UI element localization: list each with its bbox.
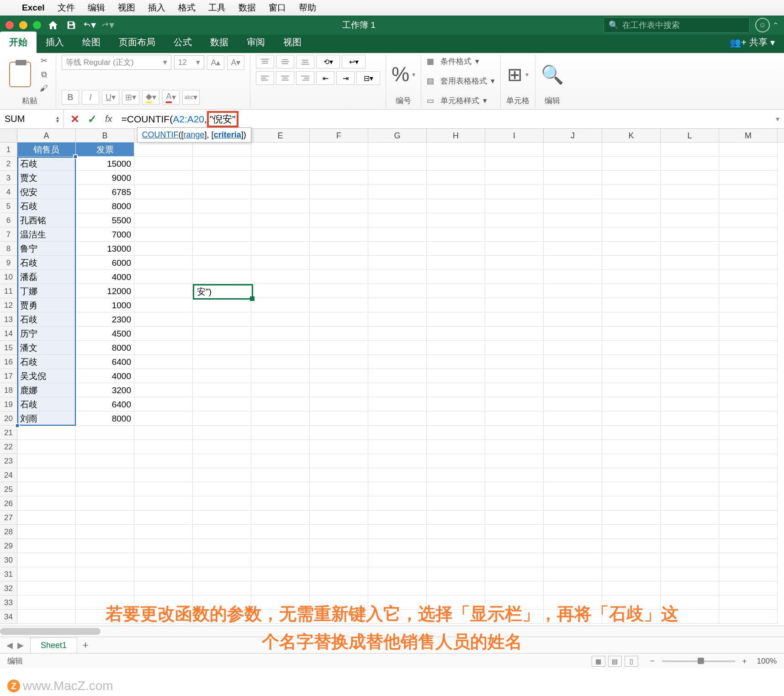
tab-layout[interactable]: 页面布局 bbox=[110, 32, 164, 53]
cell[interactable] bbox=[310, 397, 368, 411]
horizontal-scrollbar[interactable] bbox=[0, 626, 784, 637]
cell[interactable] bbox=[193, 312, 251, 327]
cell[interactable] bbox=[368, 369, 427, 383]
active-cell[interactable]: 安") bbox=[193, 284, 253, 300]
row-header[interactable]: 23 bbox=[0, 454, 17, 468]
cell[interactable] bbox=[310, 171, 368, 185]
tab-review[interactable]: 审阅 bbox=[238, 32, 274, 53]
cell[interactable] bbox=[661, 610, 719, 624]
cell[interactable] bbox=[310, 157, 368, 171]
cell[interactable] bbox=[193, 185, 251, 199]
cell[interactable] bbox=[661, 213, 719, 227]
cell[interactable] bbox=[251, 242, 310, 256]
close-window-icon[interactable] bbox=[5, 21, 14, 29]
cell[interactable] bbox=[719, 171, 778, 185]
cell[interactable] bbox=[719, 312, 778, 327]
view-break-icon[interactable]: ▯ bbox=[625, 656, 638, 667]
column-header[interactable]: B bbox=[76, 129, 134, 142]
cell[interactable] bbox=[193, 482, 251, 496]
cell[interactable] bbox=[427, 397, 485, 411]
cell[interactable] bbox=[17, 496, 76, 511]
cell[interactable] bbox=[310, 298, 368, 312]
selection-handle[interactable] bbox=[15, 423, 20, 428]
cell[interactable] bbox=[427, 426, 485, 440]
cell[interactable] bbox=[193, 496, 251, 511]
menu-edit[interactable]: 编辑 bbox=[88, 2, 105, 14]
zoom-level[interactable]: 100% bbox=[757, 657, 777, 666]
menu-file[interactable]: 文件 bbox=[58, 2, 75, 14]
cell[interactable] bbox=[251, 327, 310, 341]
cell[interactable] bbox=[602, 610, 661, 624]
cell[interactable] bbox=[485, 157, 544, 171]
cell[interactable] bbox=[719, 567, 778, 581]
cell[interactable] bbox=[134, 539, 193, 553]
cell[interactable] bbox=[134, 440, 193, 454]
cell[interactable] bbox=[17, 482, 76, 496]
row-header[interactable]: 8 bbox=[0, 242, 17, 256]
cell[interactable] bbox=[661, 298, 719, 312]
cell[interactable] bbox=[485, 496, 544, 511]
row-header[interactable]: 3 bbox=[0, 171, 17, 185]
cell[interactable] bbox=[602, 284, 661, 298]
cell[interactable] bbox=[544, 596, 602, 610]
cell[interactable] bbox=[17, 454, 76, 468]
cell[interactable] bbox=[544, 157, 602, 171]
cell[interactable] bbox=[485, 454, 544, 468]
tab-data[interactable]: 数据 bbox=[201, 32, 238, 53]
cell[interactable] bbox=[134, 270, 193, 284]
cell[interactable] bbox=[368, 610, 427, 624]
cell[interactable]: 1000 bbox=[76, 298, 134, 312]
cell[interactable]: 9000 bbox=[76, 171, 134, 185]
cell[interactable] bbox=[719, 525, 778, 539]
row-header[interactable]: 29 bbox=[0, 539, 17, 553]
sheet-next-icon[interactable]: ▶ bbox=[17, 640, 24, 650]
cell[interactable] bbox=[544, 142, 602, 157]
cell[interactable] bbox=[485, 213, 544, 227]
row-header[interactable]: 18 bbox=[0, 383, 17, 397]
cell[interactable] bbox=[251, 227, 310, 242]
cell[interactable] bbox=[134, 610, 193, 624]
row-header[interactable]: 27 bbox=[0, 511, 17, 525]
cell[interactable] bbox=[485, 553, 544, 567]
tab-draw[interactable]: 绘图 bbox=[73, 32, 110, 53]
cell[interactable]: 贾勇 bbox=[17, 298, 76, 312]
cell[interactable] bbox=[310, 496, 368, 511]
cell[interactable] bbox=[427, 171, 485, 185]
cell[interactable] bbox=[251, 270, 310, 284]
cell[interactable] bbox=[251, 199, 310, 213]
tooltip-range[interactable]: range bbox=[184, 130, 205, 139]
cell[interactable] bbox=[719, 553, 778, 567]
menu-view[interactable]: 视图 bbox=[118, 2, 135, 14]
cell[interactable] bbox=[310, 610, 368, 624]
column-header[interactable]: L bbox=[661, 129, 719, 142]
cell[interactable]: 潘文 bbox=[17, 341, 76, 355]
cell[interactable] bbox=[602, 482, 661, 496]
cell[interactable] bbox=[661, 270, 719, 284]
cell[interactable] bbox=[602, 355, 661, 369]
cell[interactable] bbox=[661, 411, 719, 426]
cell[interactable] bbox=[544, 369, 602, 383]
cell[interactable] bbox=[661, 426, 719, 440]
cell[interactable] bbox=[602, 213, 661, 227]
cell[interactable] bbox=[368, 511, 427, 525]
cell[interactable] bbox=[134, 355, 193, 369]
cell[interactable] bbox=[485, 355, 544, 369]
cell[interactable] bbox=[17, 596, 76, 610]
cell[interactable] bbox=[76, 567, 134, 581]
cell[interactable]: 15000 bbox=[76, 157, 134, 171]
cell[interactable] bbox=[310, 581, 368, 596]
cell[interactable] bbox=[134, 581, 193, 596]
cell[interactable] bbox=[427, 341, 485, 355]
cell[interactable] bbox=[368, 227, 427, 242]
cell[interactable] bbox=[17, 468, 76, 482]
cell[interactable] bbox=[719, 539, 778, 553]
cell[interactable] bbox=[602, 567, 661, 581]
cell[interactable] bbox=[427, 383, 485, 397]
cell[interactable] bbox=[485, 525, 544, 539]
cell[interactable] bbox=[134, 525, 193, 539]
cell[interactable] bbox=[310, 213, 368, 227]
cell[interactable] bbox=[602, 581, 661, 596]
cell[interactable] bbox=[544, 553, 602, 567]
cell[interactable] bbox=[485, 171, 544, 185]
feedback-icon[interactable]: ☺ bbox=[755, 18, 770, 32]
